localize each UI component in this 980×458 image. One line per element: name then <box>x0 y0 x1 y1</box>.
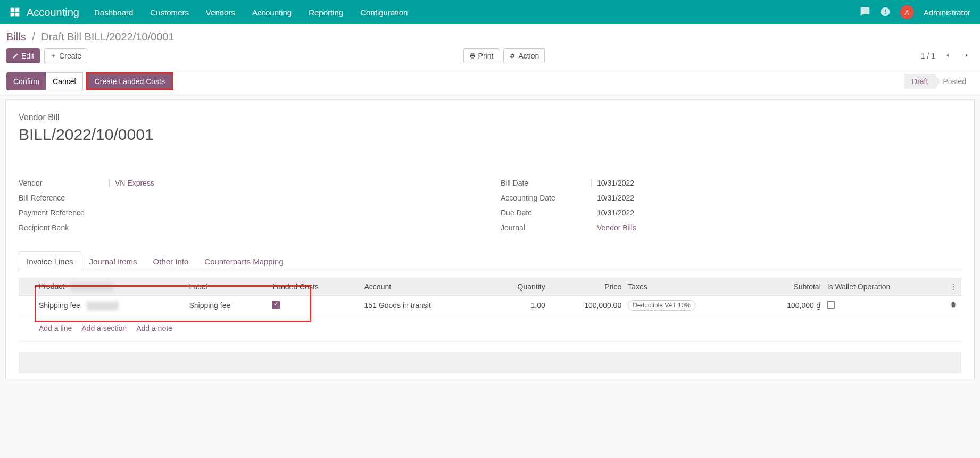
cell-taxes[interactable]: Deductible VAT 10% <box>625 296 754 315</box>
label-recipient-bank: Recipient Bank <box>19 223 109 232</box>
label-journal: Journal <box>501 223 591 232</box>
action-label: Action <box>518 52 539 60</box>
label-bill-ref: Bill Reference <box>19 194 109 202</box>
svg-rect-0 <box>11 8 15 12</box>
menu-dashboard[interactable]: Dashboard <box>94 8 133 17</box>
breadcrumb-sep: / <box>32 31 35 43</box>
form-sheet: Vendor Bill BILL/2022/10/0001 Vendor VN … <box>5 99 975 379</box>
edit-label: Edit <box>21 52 34 60</box>
th-options[interactable]: ⋮ <box>945 278 961 296</box>
blurred-cell <box>87 302 119 310</box>
th-product: Product <box>36 278 186 296</box>
pager-prev[interactable] <box>941 49 954 63</box>
label-bill-date: Bill Date <box>501 179 591 187</box>
user-name[interactable]: Administrator <box>924 8 970 17</box>
cell-subtotal: 100,000 ₫ <box>754 296 824 315</box>
svg-rect-1 <box>15 8 20 12</box>
tab-invoice-lines[interactable]: Invoice Lines <box>19 251 81 271</box>
th-quantity: Quantity <box>489 278 549 296</box>
menu-reporting[interactable]: Reporting <box>309 8 343 17</box>
footer-gap <box>19 352 961 373</box>
value-acct-date: 10/31/2022 <box>591 194 634 202</box>
menu-customers[interactable]: Customers <box>150 8 189 17</box>
cell-quantity[interactable]: 1.00 <box>489 296 549 315</box>
status-draft[interactable]: Draft <box>904 74 935 89</box>
status-posted[interactable]: Posted <box>935 74 974 89</box>
th-label: Label <box>186 278 269 296</box>
value-vendor[interactable]: VN Express <box>109 179 154 187</box>
th-subtotal: Subtotal <box>754 278 824 296</box>
add-note-link[interactable]: Add a note <box>136 324 172 332</box>
plus-icon <box>50 53 56 59</box>
top-nav: Accounting Dashboard Customers Vendors A… <box>0 0 980 24</box>
pager-total: 1 <box>931 52 935 60</box>
cell-price[interactable]: 100,000.00 <box>549 296 625 315</box>
edit-button[interactable]: Edit <box>6 48 40 63</box>
create-landed-costs-button[interactable]: Create Landed Costs <box>88 74 172 89</box>
cancel-button[interactable]: Cancel <box>46 72 83 90</box>
print-label: Print <box>478 52 494 60</box>
blurred-header <box>71 282 113 291</box>
breadcrumb: Bills / Draft Bill BILL/2022/10/0001 <box>6 31 974 43</box>
tab-journal-items[interactable]: Journal Items <box>81 251 145 271</box>
confirm-button[interactable]: Confirm <box>6 72 46 90</box>
cell-landed[interactable] <box>269 296 361 315</box>
svg-rect-3 <box>15 13 20 17</box>
menu-configuration[interactable]: Configuration <box>360 8 408 17</box>
delete-row-icon[interactable] <box>945 296 961 315</box>
status-row: Confirm Cancel Create Landed Costs Draft… <box>0 69 980 94</box>
create-button[interactable]: Create <box>44 48 87 63</box>
value-journal[interactable]: Vendor Bills <box>591 223 636 232</box>
doc-type: Vendor Bill <box>19 113 961 122</box>
main-menu: Dashboard Customers Vendors Accounting R… <box>94 8 860 17</box>
avatar[interactable]: A <box>900 5 914 19</box>
tab-other-info[interactable]: Other Info <box>145 251 197 271</box>
brand-title[interactable]: Accounting <box>27 6 79 19</box>
th-taxes: Taxes <box>625 278 754 296</box>
cell-product[interactable]: Shipping fee <box>36 296 186 315</box>
tab-counterparts[interactable]: Counterparts Mapping <box>196 251 291 271</box>
invoice-lines-table: Product Label Landed Costs Account Quant… <box>19 278 961 342</box>
cell-wallet[interactable] <box>824 296 945 315</box>
highlight-landed-costs: Create Landed Costs <box>86 72 173 90</box>
value-bill-date: 10/31/2022 <box>591 179 634 187</box>
breadcrumb-bills[interactable]: Bills <box>6 31 26 43</box>
svg-rect-2 <box>11 13 15 17</box>
breadcrumb-current: Draft Bill BILL/2022/10/0001 <box>41 31 174 43</box>
tabs: Invoice Lines Journal Items Other Info C… <box>19 251 961 271</box>
cell-label[interactable]: Shipping fee <box>186 296 269 315</box>
th-wallet: Is Wallet Operation <box>824 278 945 296</box>
th-price: Price <box>549 278 625 296</box>
menu-vendors[interactable]: Vendors <box>206 8 235 17</box>
print-icon <box>469 53 476 59</box>
landed-checkbox[interactable] <box>272 301 280 309</box>
doc-name: BILL/2022/10/0001 <box>19 126 961 144</box>
th-landed: Landed Costs <box>269 278 361 296</box>
menu-accounting[interactable]: Accounting <box>252 8 292 17</box>
apps-icon[interactable] <box>10 7 20 18</box>
label-pay-ref: Payment Reference <box>19 209 109 217</box>
messaging-icon[interactable] <box>860 6 870 19</box>
pencil-icon <box>12 53 19 59</box>
gear-icon <box>509 53 516 59</box>
control-bar: Bills / Draft Bill BILL/2022/10/0001 Edi… <box>0 24 980 69</box>
activities-icon[interactable] <box>880 6 891 19</box>
add-section-link[interactable]: Add a section <box>81 324 127 332</box>
label-acct-date: Accounting Date <box>501 194 591 202</box>
create-label: Create <box>59 52 81 60</box>
th-account: Account <box>361 278 489 296</box>
tax-pill[interactable]: Deductible VAT 10% <box>628 300 695 311</box>
pager-next[interactable] <box>960 49 974 63</box>
cell-account[interactable]: 151 Goods in transit <box>361 296 489 315</box>
wallet-checkbox[interactable] <box>827 301 835 309</box>
value-due-date: 10/31/2022 <box>591 209 634 217</box>
label-vendor: Vendor <box>19 179 109 187</box>
label-due-date: Due Date <box>501 209 591 217</box>
add-line-link[interactable]: Add a line <box>39 324 72 332</box>
pager-current: 1 <box>921 52 925 60</box>
pager: 1 / 1 <box>921 52 935 60</box>
action-button[interactable]: Action <box>503 48 545 63</box>
print-button[interactable]: Print <box>463 48 500 63</box>
table-row[interactable]: Shipping fee Shipping fee 151 Goods in t… <box>19 296 961 315</box>
